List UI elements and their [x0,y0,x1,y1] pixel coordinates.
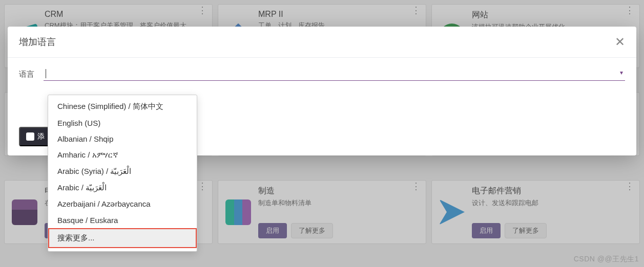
language-option[interactable]: Albanian / Shqip [48,131,197,147]
chevron-down-icon[interactable]: ▾ [620,69,623,76]
cloud-icon [26,132,34,141]
language-option[interactable]: Amharic / አምሃርኛ [48,147,197,163]
add-button-label: 添 [37,132,45,141]
modal-header: 增加语言 ✕ [8,27,636,58]
language-field-row: 语言 ▾ [19,68,625,81]
add-button[interactable]: 添 [19,127,52,146]
language-option[interactable]: Basque / Euskara [48,212,197,228]
language-option[interactable]: Arabic / الْعَرَبيّة [48,180,197,196]
close-icon[interactable]: ✕ [615,36,625,48]
modal-title: 增加语言 [19,36,56,48]
language-input[interactable] [44,68,625,80]
search-more-option[interactable]: 搜索更多... [48,228,197,248]
language-option[interactable]: Chinese (Simplified) / 简体中文 [48,98,197,115]
language-option[interactable]: Azerbaijani / Azərbaycanca [48,196,197,212]
text-cursor [46,69,46,78]
language-label: 语言 [19,70,34,79]
language-dropdown: Chinese (Simplified) / 简体中文English (US)A… [48,95,197,252]
watermark-text: CSDN @@王先生1 [574,255,639,264]
language-option[interactable]: English (US) [48,115,197,131]
language-option[interactable]: Arabic (Syria) / الْعَرَبيّة [48,163,197,180]
language-input-wrap[interactable]: ▾ [44,68,625,81]
